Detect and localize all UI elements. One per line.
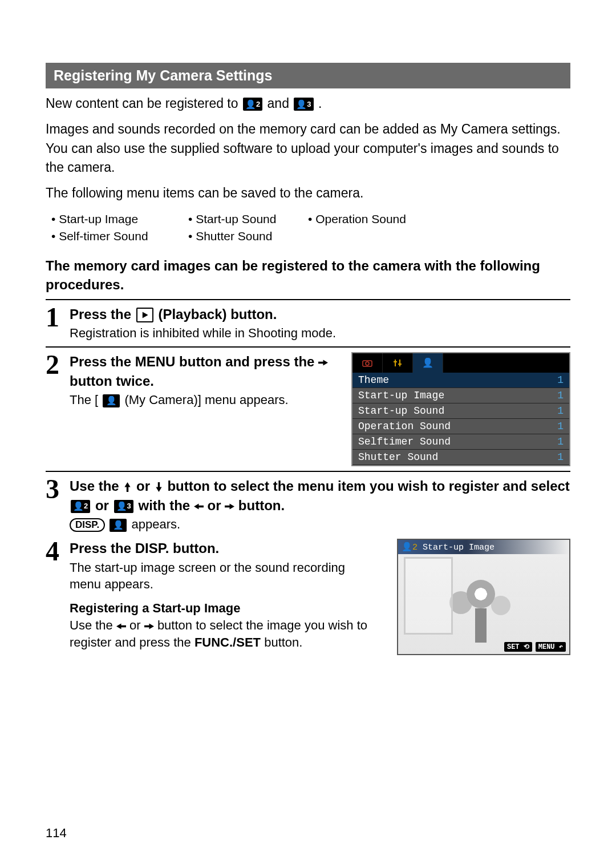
step-text: button to select the menu item you wish …: [167, 478, 569, 494]
divider: [46, 471, 570, 472]
camera-menu-value: 1: [557, 451, 564, 463]
step-number: 2: [46, 351, 70, 378]
step-text: or: [95, 498, 113, 513]
person-icon: 👤: [73, 502, 84, 510]
intro-text-mid: and: [268, 96, 293, 111]
step-number: 3: [46, 475, 70, 503]
procedures-title: The memory card images can be registered…: [46, 256, 570, 294]
step-number: 1: [46, 304, 70, 331]
arrow-left-icon: [194, 502, 204, 511]
step-text: (Playback) button.: [158, 306, 277, 322]
camera-menu-label: Start-up Sound: [358, 405, 444, 417]
step-heading: Use the or button to select the menu ite…: [70, 477, 570, 515]
flower-illustration: [467, 580, 495, 608]
intro-paragraph: Images and sounds recorded on the memory…: [46, 120, 570, 177]
menu-label: MENU ↶: [536, 642, 566, 652]
step-4: 4 Press the DISP. button. The start-up i…: [46, 539, 570, 655]
intro-note: The following menu items can be saved to…: [46, 184, 570, 202]
menu-item: • Shutter Sound: [188, 228, 308, 245]
step-text: button twice.: [70, 373, 154, 389]
set-label: SET ⟲: [504, 642, 532, 652]
camera-menu-label: Operation Sound: [358, 421, 451, 432]
sub-heading: Registering a Start-up Image: [70, 601, 380, 616]
playback-icon: [136, 308, 153, 322]
vase-illustration: [475, 608, 487, 643]
step-heading: Press the MENU button and press the butt…: [70, 352, 340, 390]
icon-num-3: 3: [307, 100, 311, 108]
camera-menu-label: Shutter Sound: [358, 451, 438, 463]
camera-menu-row: Selftimer Sound1: [352, 434, 569, 450]
tab-shooting-icon: [352, 353, 383, 373]
step-desc: The start-up image screen or the sound r…: [70, 559, 380, 593]
step-heading: Press the DISP. button.: [70, 539, 380, 558]
intro-text-end: .: [318, 96, 322, 111]
mycamera-user3-icon: 👤3: [114, 500, 133, 513]
set-text: SET: [507, 643, 520, 651]
person-icon: 👤: [113, 520, 124, 529]
sub-text: Use the: [70, 618, 116, 632]
window-frame-illustration: [404, 557, 453, 635]
sub-desc: Use the or button to select the image yo…: [70, 617, 380, 651]
mycamera-user3-icon: 👤3: [294, 98, 313, 111]
menu-item: • Start-up Image: [51, 211, 188, 228]
menu-item-label: Operation Sound: [315, 211, 406, 227]
step-number: 4: [46, 538, 70, 565]
svg-rect-6: [398, 364, 402, 365]
camera-menu-row: Start-up Image1: [352, 388, 569, 403]
menu-items-list: • Start-up Image • Start-up Sound • Oper…: [51, 211, 570, 245]
manual-page: Registering My Camera Settings New conte…: [0, 0, 616, 868]
step-3: 3 Use the or button to select the menu i…: [46, 477, 570, 533]
menu-text: MENU: [538, 643, 555, 651]
divider: [46, 299, 570, 300]
person-icon: 👤: [296, 100, 307, 108]
person-icon: 👤: [245, 100, 256, 108]
menu-item-label: Start-up Image: [59, 211, 138, 227]
appears-text: appears.: [131, 517, 180, 531]
person-icon: 👤: [106, 396, 117, 405]
camera-menu-value: 1: [557, 405, 564, 417]
person-icon: 👤: [116, 502, 127, 510]
arrow-left-icon: [116, 621, 126, 631]
step-1: 1 Press the (Playback) button. Registrat…: [46, 305, 570, 342]
preview-footer: SET ⟲ MENU ↶: [504, 642, 566, 652]
mycamera-icon: 👤: [103, 394, 120, 407]
camera-menu-row: Shutter Sound1: [352, 450, 569, 465]
menu-item-label: Self-timer Sound: [59, 228, 148, 244]
icon-num-2: 2: [256, 100, 260, 108]
disp-button-label: DISP.: [70, 518, 105, 532]
arrow-right-icon: [144, 621, 154, 631]
step-desc: The [ 👤 (My Camera)] menu appears.: [70, 391, 340, 409]
step-desc: DISP. 👤 appears.: [70, 516, 570, 533]
camera-menu-label: Selftimer Sound: [358, 436, 451, 447]
page-number: 114: [46, 826, 67, 841]
mycamera-user2-icon: 👤2: [71, 500, 90, 513]
step-2: 2 Press the MENU button and press the bu…: [46, 352, 570, 466]
step-text: Press the MENU button and press the: [70, 354, 318, 369]
funcset-label: FUNC./SET: [194, 635, 261, 649]
svg-rect-4: [399, 360, 400, 366]
menu-item: • Operation Sound: [308, 211, 445, 228]
intro-line: New content can be registered to 👤2 and …: [46, 94, 570, 113]
person-icon: 👤: [422, 357, 433, 369]
preview-title: 👤2 Start-up Image: [398, 540, 569, 554]
arrow-down-icon: [154, 482, 164, 492]
step-text: Press the: [70, 306, 135, 322]
camera-menu-screenshot: 👤 Theme1 Start-up Image1 Start-up Sound1…: [351, 352, 570, 466]
menu-item: • Self-timer Sound: [51, 228, 188, 245]
intro-text-1: New content can be registered to: [46, 96, 242, 111]
camera-menu-value: 1: [557, 436, 564, 447]
svg-rect-3: [395, 360, 396, 366]
tab-setup-icon: [383, 353, 413, 373]
sub-text: or: [129, 618, 144, 632]
desc-text: The [: [70, 393, 98, 407]
startup-image-preview: 👤2 Start-up Image SET ⟲ MENU ↶: [397, 539, 570, 655]
menu-item-label: Start-up Sound: [196, 211, 276, 227]
camera-menu-tabs: 👤: [352, 353, 569, 373]
step-text: or: [207, 498, 225, 513]
arrow-up-icon: [123, 482, 132, 492]
step-heading: Press the (Playback) button.: [70, 305, 570, 324]
step-text: button.: [238, 498, 285, 513]
camera-menu-row: Operation Sound1: [352, 419, 569, 434]
svg-marker-0: [143, 312, 148, 318]
camera-menu-value: 1: [557, 374, 564, 386]
